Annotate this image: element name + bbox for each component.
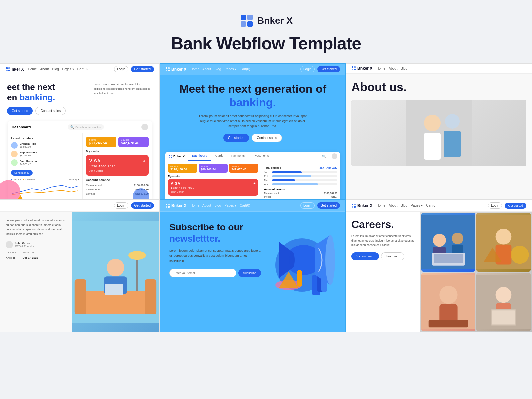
nav-links-bc: Home About Blog Pages ▾ Cart(0) xyxy=(190,204,296,207)
nav-pages-br[interactable]: Pages ▾ xyxy=(411,204,423,207)
nav-login-bl-btn[interactable]: Login xyxy=(114,202,128,209)
nav-blog-br[interactable]: Blog xyxy=(401,204,407,207)
nav-login-br-btn[interactable]: Login xyxy=(488,202,502,209)
learn-more-btn[interactable]: Learn m... xyxy=(381,252,405,260)
nav-about-bc[interactable]: About xyxy=(202,204,211,207)
blog-body: Lorem ipsum dolor sit amet consectetur m… xyxy=(0,212,159,332)
nav-login-btn[interactable]: Login xyxy=(114,66,128,72)
newsletter-right xyxy=(268,222,336,302)
nav-about[interactable]: About xyxy=(40,67,49,71)
newsletter-content: Subscribe to our newslettter. Lorem ipsu… xyxy=(160,212,345,312)
tab-investments[interactable]: Investments xyxy=(249,152,273,161)
newsletter-title: Subscribe to our newslettter. xyxy=(169,222,261,244)
nav-get-started-br-btn[interactable]: Get started xyxy=(505,203,526,209)
nav-brand-center: Bnker X xyxy=(165,67,186,72)
nav-right-bc: Login Get started xyxy=(300,202,340,209)
nav-cart-bc[interactable]: Cart(0) xyxy=(240,204,250,207)
hero-title-center: Meet the next generation of banking. xyxy=(173,82,332,109)
nav-about-r[interactable]: About xyxy=(389,67,397,70)
hero-get-started-center-btn[interactable]: Get started xyxy=(223,134,249,142)
career-svg-1 xyxy=(421,213,475,272)
dashboard-header: Dashboard 🔍 Search for transaction xyxy=(8,121,152,133)
tab-dashboard[interactable]: Dashboard xyxy=(188,152,211,161)
svg-rect-75 xyxy=(492,310,515,324)
svg-rect-34 xyxy=(136,256,138,291)
svg-rect-21 xyxy=(352,69,353,70)
nav-right-center: Login Get started xyxy=(300,66,340,72)
stat-savings: Savings $42,678.46 xyxy=(118,137,149,147)
nav-get-started-center-btn[interactable]: Get started xyxy=(317,66,340,72)
visa-chip-c: ◈ xyxy=(253,181,256,185)
careers-photo-grid xyxy=(420,212,532,332)
nav-home[interactable]: Home xyxy=(28,67,37,71)
nav-login-bc-btn[interactable]: Login xyxy=(300,202,314,209)
nav-blog[interactable]: Blog xyxy=(52,67,59,71)
svg-rect-20 xyxy=(354,66,356,68)
meta-cols: Category Articles Posted on Oct 27, 2023 xyxy=(6,251,66,260)
nav-home-bc[interactable]: Home xyxy=(190,204,199,207)
career-svg-3 xyxy=(421,273,475,332)
svg-rect-30 xyxy=(75,279,86,314)
nav-cart[interactable]: Cart(0) xyxy=(77,67,88,71)
brand-container: Bnker X xyxy=(7,13,525,28)
svg-rect-53 xyxy=(352,206,353,208)
nav-pages[interactable]: Pages ▾ xyxy=(62,67,74,71)
avatar-1 xyxy=(11,142,18,149)
subscribe-btn[interactable]: Subscribe xyxy=(238,269,261,277)
user-avatar-c xyxy=(332,153,337,159)
nav-get-started-bc-btn[interactable]: Get started xyxy=(317,202,340,209)
nav-cart-c[interactable]: Cart(0) xyxy=(240,67,250,71)
main-title: Bank Webflow Template xyxy=(7,33,525,53)
career-photo-4 xyxy=(476,273,531,332)
nav-about-br[interactable]: About xyxy=(389,204,397,207)
svg-rect-61 xyxy=(434,254,463,263)
nav-pages-bc[interactable]: Pages ▾ xyxy=(224,204,236,207)
nav-home-r[interactable]: Home xyxy=(376,67,385,70)
svg-rect-39 xyxy=(166,206,167,208)
svg-rect-50 xyxy=(297,270,302,287)
blog-author: John Carter CEO & Founder xyxy=(6,241,66,248)
nav-home-c[interactable]: Home xyxy=(190,67,199,71)
svg-rect-27 xyxy=(444,131,461,157)
nav-login-center-btn[interactable]: Login xyxy=(300,66,314,72)
nav-about-c[interactable]: About xyxy=(202,67,211,71)
svg-rect-19 xyxy=(352,66,353,68)
tab-cards[interactable]: Cards xyxy=(211,152,227,161)
dash-search-area: 🔍 xyxy=(319,152,329,161)
svg-rect-7 xyxy=(8,70,10,71)
posted-meta: Posted on Oct 27, 2023 xyxy=(22,251,38,260)
career-photo-3 xyxy=(421,273,475,332)
bar-fill-jan xyxy=(272,171,302,173)
chart-svg xyxy=(11,182,79,195)
hero-contact-sales-btn[interactable]: Contact sales xyxy=(35,107,66,115)
dashboard-center-left: Balance $128,458.60 Income $80,246.54 Sa… xyxy=(165,161,261,200)
email-input[interactable] xyxy=(169,269,236,277)
nav-blog-r[interactable]: Blog xyxy=(401,67,407,70)
nav-get-started-btn[interactable]: Get started xyxy=(131,66,154,72)
reading-person-svg xyxy=(72,212,159,332)
join-team-btn[interactable]: Join our team xyxy=(351,252,379,260)
nav-blog-bc[interactable]: Blog xyxy=(214,204,221,207)
dash-logo-icon xyxy=(169,155,172,158)
nav-cart-br[interactable]: Cart(0) xyxy=(426,204,436,207)
bar-fill-mar xyxy=(272,179,295,181)
transfer-info-1: Graham Hills $8,842.80 xyxy=(20,142,79,148)
tab-payments[interactable]: Payments xyxy=(227,152,249,161)
send-money-btn[interactable]: Send money xyxy=(11,170,33,176)
nav-bottom-left: Login Get started xyxy=(0,200,159,212)
hero-contact-sales-center-btn[interactable]: Contact sales xyxy=(252,134,282,142)
search-bar[interactable]: 🔍 Search for transaction xyxy=(68,124,104,130)
stat-balance-c: Balance $128,458.60 xyxy=(168,164,197,173)
newsletter-left: Subscribe to our newslettter. Lorem ipsu… xyxy=(169,222,261,277)
nav-pages-c[interactable]: Pages ▾ xyxy=(224,67,236,71)
avatar-2 xyxy=(11,151,18,157)
hero-get-started-btn[interactable]: Get started xyxy=(7,107,33,115)
visa-logo-c: VISA xyxy=(171,181,181,185)
svg-point-68 xyxy=(439,286,457,304)
svg-rect-6 xyxy=(6,70,8,71)
nav-home-br[interactable]: Home xyxy=(376,204,385,207)
svg-point-56 xyxy=(433,234,446,247)
nav-get-started-bl-btn[interactable]: Get started xyxy=(131,202,154,209)
svg-point-24 xyxy=(424,115,441,131)
nav-blog-c[interactable]: Blog xyxy=(214,67,221,71)
